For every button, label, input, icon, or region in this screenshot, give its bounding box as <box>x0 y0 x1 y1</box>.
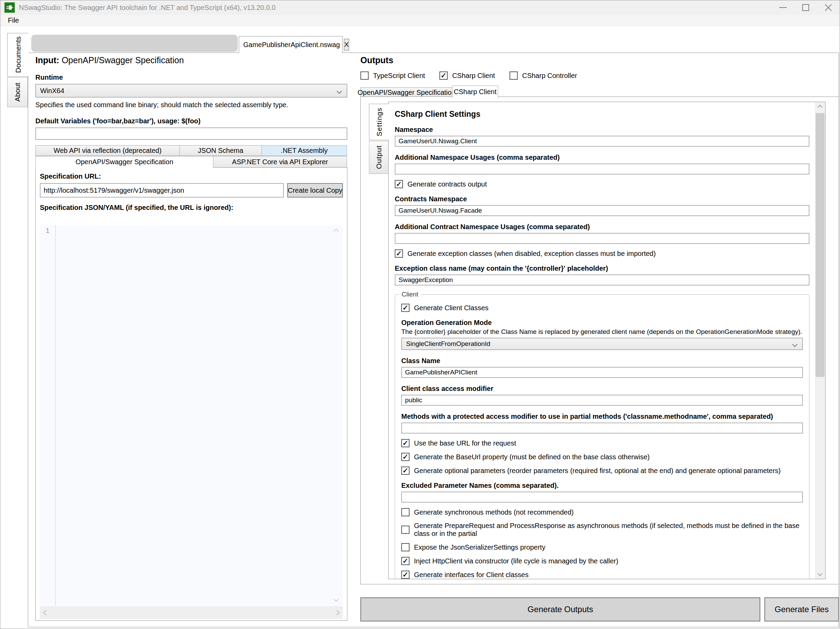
input-heading: Input: OpenAPI/Swagger Specification <box>35 55 347 65</box>
editor-horizontal-scrollbar[interactable] <box>40 606 343 619</box>
generate-client-classes-label: Generate Client Classes <box>414 304 488 312</box>
additional-contract-namespaces-label: Additional Contract Namespace Usages (co… <box>395 223 809 231</box>
settings-vertical-tab[interactable]: Settings <box>369 104 389 140</box>
side-tab-about[interactable]: About <box>7 77 28 107</box>
scroll-down-button[interactable] <box>815 569 825 579</box>
outputs-heading: Outputs <box>360 55 839 65</box>
generate-interfaces-checkbox[interactable] <box>401 571 409 579</box>
menu-item-file[interactable]: File <box>5 16 22 25</box>
document-tab-close-button[interactable]: X <box>344 39 349 50</box>
generate-client-classes-checkbox[interactable] <box>401 304 409 312</box>
excluded-parameters-label: Excluded Parameter Names (comma separate… <box>401 482 803 490</box>
generate-contracts-checkbox[interactable] <box>395 180 403 188</box>
output-vertical-tab[interactable]: Output <box>369 141 388 174</box>
input-heading-prefix: Input: <box>35 55 59 65</box>
generate-optional-parameters-checkbox[interactable] <box>401 467 409 475</box>
tab-aspnet-core-api-explorer[interactable]: ASP.NET Core via API Explorer <box>213 156 347 168</box>
settings-vertical-scrollbar[interactable] <box>815 102 825 579</box>
additional-contract-namespaces-input[interactable] <box>395 233 809 244</box>
runtime-select[interactable]: WinX64 <box>35 84 347 98</box>
tab-csharp-client[interactable]: CSharp Client <box>452 85 498 98</box>
specification-url-label: Specification URL: <box>40 172 343 180</box>
generate-contracts-row[interactable]: Generate contracts output <box>395 180 809 188</box>
protected-methods-input[interactable] <box>401 422 803 434</box>
typescript-client-label: TypeScript Client <box>373 72 425 80</box>
generate-base-url-checkbox[interactable] <box>401 453 409 461</box>
tab-webapi-reflection[interactable]: Web API via reflection (deprecated) <box>35 145 180 156</box>
generate-interfaces-row[interactable]: Generate interfaces for Client classes <box>401 571 803 579</box>
chevron-down-icon <box>792 342 798 347</box>
tab-openapi-swagger-specification[interactable]: OpenAPI/Swagger Specification <box>35 156 213 168</box>
generate-outputs-button[interactable]: Generate Outputs <box>360 597 760 621</box>
inject-httpclient-checkbox[interactable] <box>401 557 409 565</box>
input-heading-text: OpenAPI/Swagger Specification <box>62 55 184 65</box>
openapi-specification-tab-content: Specification URL: Create local Copy Spe… <box>35 167 347 621</box>
operation-generation-mode-value: SingleClientFromOperationId <box>406 340 490 348</box>
exception-class-label: Exception class name (may contain the '{… <box>395 265 809 273</box>
generate-prepare-label: Generate PrepareRequest and ProcessRespo… <box>414 522 803 538</box>
excluded-parameters-input[interactable] <box>401 492 803 503</box>
typescript-client-checkbox[interactable] <box>360 71 369 80</box>
generate-exceptions-row[interactable]: Generate exception classes (when disable… <box>395 249 809 258</box>
output-type-checkboxes: TypeScript Client CSharp Client CSharp C… <box>360 71 839 80</box>
client-group-box: Client Generate Client Classes Operation… <box>395 295 809 579</box>
maximize-button[interactable] <box>794 0 817 15</box>
input-type-tabs-front-row: OpenAPI/Swagger Specification ASP.NET Co… <box>35 156 347 168</box>
additional-namespaces-label: Additional Namespace Usages (comma separ… <box>395 154 809 161</box>
use-base-url-row[interactable]: Use the base URL for the request <box>401 439 803 447</box>
typescript-client-checkbox-row[interactable]: TypeScript Client <box>360 71 425 80</box>
expose-json-settings-checkbox[interactable] <box>401 543 409 551</box>
generate-prepare-checkbox[interactable] <box>401 526 409 534</box>
close-button[interactable] <box>817 0 840 15</box>
default-variables-input[interactable] <box>35 128 347 140</box>
operation-generation-mode-select[interactable]: SingleClientFromOperationId <box>401 338 803 350</box>
generate-sync-checkbox[interactable] <box>401 508 409 516</box>
document-tab-label: GamePublisherApiClient.nswag <box>243 41 340 49</box>
scroll-up-icon[interactable] <box>333 229 339 234</box>
exception-class-input[interactable] <box>395 274 809 285</box>
scroll-up-button[interactable] <box>815 102 825 112</box>
specification-json-editor[interactable]: 1 <box>40 225 343 605</box>
expose-json-settings-row[interactable]: Expose the JsonSerializerSettings proper… <box>401 543 803 551</box>
minimize-icon <box>779 7 787 8</box>
generate-base-url-row[interactable]: Generate the BaseUrl property (must be d… <box>401 453 803 461</box>
access-modifier-input[interactable] <box>401 395 803 406</box>
scroll-right-icon[interactable] <box>334 610 340 615</box>
additional-namespaces-input[interactable] <box>395 164 809 175</box>
tab-json-schema[interactable]: JSON Schema <box>179 145 262 156</box>
tab-dotnet-assembly[interactable]: .NET Assembly <box>261 145 347 156</box>
minimize-button[interactable] <box>772 0 794 15</box>
side-tab-documents[interactable]: Documents <box>7 33 28 77</box>
scroll-left-icon[interactable] <box>43 610 49 615</box>
csharp-client-checkbox[interactable] <box>439 71 448 80</box>
use-base-url-checkbox[interactable] <box>401 439 409 447</box>
generate-files-button[interactable]: Generate Files <box>764 597 839 621</box>
inject-httpclient-row[interactable]: Inject HttpClient via constructor (life … <box>401 557 803 565</box>
generate-optional-parameters-row[interactable]: Generate optional parameters (reorder pa… <box>401 467 803 475</box>
generate-sync-row[interactable]: Generate synchronous methods (not recomm… <box>401 508 803 516</box>
csharp-settings-panel: CSharp Client Settings Namespace Additio… <box>388 102 826 579</box>
csharp-controller-checkbox-row[interactable]: CSharp Controller <box>510 71 577 80</box>
input-type-tabs-back-row: Web API via reflection (deprecated) JSON… <box>35 145 347 156</box>
specification-url-input[interactable] <box>40 183 284 197</box>
generate-prepare-row[interactable]: Generate PrepareRequest and ProcessRespo… <box>401 522 803 538</box>
namespace-input[interactable] <box>395 136 809 147</box>
contracts-namespace-input[interactable] <box>395 205 809 216</box>
csharp-controller-checkbox[interactable] <box>510 71 518 80</box>
generate-exceptions-checkbox[interactable] <box>395 249 403 258</box>
generate-client-classes-row[interactable]: Generate Client Classes <box>401 304 803 312</box>
document-tab[interactable]: GamePublisherApiClient.nswag X <box>239 36 343 53</box>
scrollbar-thumb[interactable] <box>816 113 824 377</box>
create-local-copy-button[interactable]: Create local Copy <box>287 183 343 197</box>
class-name-input[interactable] <box>401 367 803 378</box>
csharp-client-checkbox-row[interactable]: CSharp Client <box>439 71 495 80</box>
csharp-controller-label: CSharp Controller <box>522 72 577 80</box>
default-variables-label: Default Variables ('foo=bar,baz=bar'), u… <box>35 117 347 125</box>
scroll-down-icon[interactable] <box>333 597 339 602</box>
csharp-settings-title: CSharp Client Settings <box>395 110 809 119</box>
inject-httpclient-label: Inject HttpClient via constructor (life … <box>414 557 618 565</box>
editor-vertical-scrollbar[interactable] <box>329 225 343 605</box>
editor-line-number: 1 <box>40 225 56 605</box>
generate-exceptions-label: Generate exception classes (when disable… <box>407 250 656 258</box>
use-base-url-label: Use the base URL for the request <box>414 439 516 447</box>
